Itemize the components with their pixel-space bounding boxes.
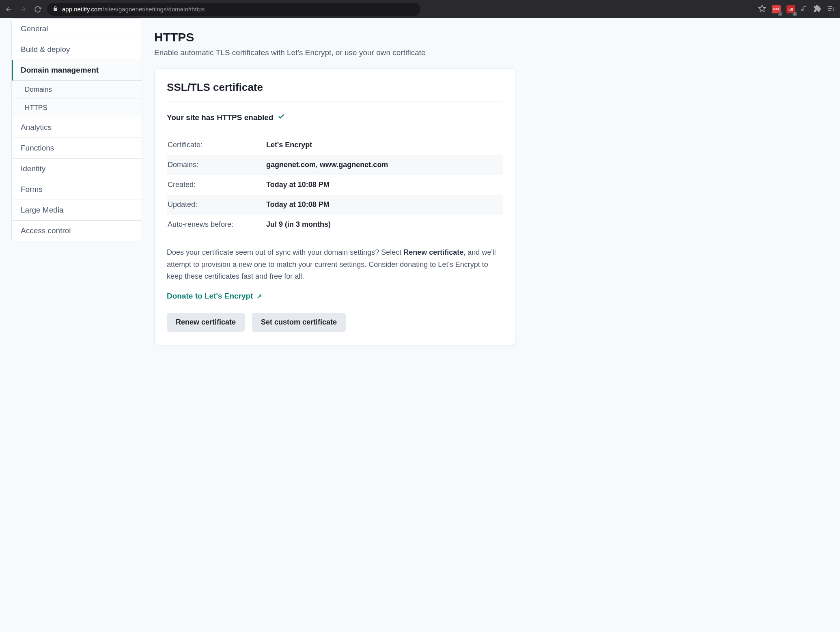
table-row: Certificate: Let's Encrypt bbox=[167, 135, 503, 155]
sidebar-item-build-deploy[interactable]: Build & deploy bbox=[12, 39, 142, 60]
card-title: SSL/TLS certificate bbox=[167, 81, 503, 101]
sidebar-subitem-domains[interactable]: Domains bbox=[12, 81, 142, 99]
donate-link[interactable]: Donate to Let's Encrypt ↗ bbox=[167, 292, 262, 301]
sidebar-subitem-https[interactable]: HTTPS bbox=[12, 99, 142, 117]
autorenew-value: Jul 9 (in 3 months) bbox=[266, 215, 503, 234]
ssl-certificate-card: SSL/TLS certificate Your site has HTTPS … bbox=[154, 69, 515, 345]
autorenew-label: Auto-renews before: bbox=[167, 215, 266, 234]
status-text: Your site has HTTPS enabled bbox=[167, 113, 274, 122]
extension-lastpass-icon[interactable]: ••• 1 bbox=[772, 5, 781, 13]
sidebar-item-domain-management[interactable]: Domain management bbox=[12, 60, 142, 81]
back-button[interactable] bbox=[5, 6, 12, 13]
sidebar-item-general[interactable]: General bbox=[12, 19, 142, 39]
reload-button[interactable] bbox=[34, 6, 41, 13]
sidebar-item-functions[interactable]: Functions bbox=[12, 138, 142, 159]
extension-music-icon[interactable] bbox=[801, 5, 808, 13]
url-bar[interactable]: app.netlify.com/sites/gagnenet/settings/… bbox=[47, 3, 420, 16]
chrome-right: ••• 1 uB 2 bbox=[758, 4, 835, 14]
settings-sidebar: General Build & deploy Domain management… bbox=[0, 18, 142, 361]
external-link-icon: ↗ bbox=[256, 292, 262, 300]
forward-button[interactable] bbox=[19, 6, 27, 13]
https-status: Your site has HTTPS enabled bbox=[167, 113, 503, 122]
sidebar-item-identity[interactable]: Identity bbox=[12, 159, 142, 179]
bookmark-star-icon[interactable] bbox=[758, 4, 766, 14]
url-text: app.netlify.com/sites/gagnenet/settings/… bbox=[62, 6, 205, 13]
created-label: Created: bbox=[167, 175, 266, 195]
domains-value: gagnenet.com, www.gagnenet.com bbox=[266, 155, 503, 175]
sidebar-item-forms[interactable]: Forms bbox=[12, 179, 142, 200]
svg-marker-0 bbox=[759, 5, 766, 11]
cert-label: Certificate: bbox=[167, 135, 266, 155]
domains-label: Domains: bbox=[167, 155, 266, 175]
table-row: Auto-renews before: Jul 9 (in 3 months) bbox=[167, 215, 503, 234]
main-content: HTTPS Enable automatic TLS certificates … bbox=[142, 18, 515, 361]
table-row: Updated: Today at 10:08 PM bbox=[167, 195, 503, 215]
sidebar-item-large-media[interactable]: Large Media bbox=[12, 200, 142, 221]
set-custom-certificate-button[interactable]: Set custom certificate bbox=[252, 313, 346, 332]
table-row: Domains: gagnenet.com, www.gagnenet.com bbox=[167, 155, 503, 175]
sidebar-item-analytics[interactable]: Analytics bbox=[12, 117, 142, 138]
updated-value: Today at 10:08 PM bbox=[266, 195, 503, 215]
page-subtitle: Enable automatic TLS certificates with L… bbox=[154, 48, 515, 57]
created-value: Today at 10:08 PM bbox=[266, 175, 503, 195]
certificate-info-table: Certificate: Let's Encrypt Domains: gagn… bbox=[167, 135, 503, 234]
button-row: Renew certificate Set custom certificate bbox=[167, 313, 503, 332]
sidebar-item-access-control[interactable]: Access control bbox=[12, 221, 142, 241]
help-text: Does your certificate seem out of sync w… bbox=[167, 247, 503, 283]
nav-controls bbox=[5, 6, 41, 13]
browser-chrome: app.netlify.com/sites/gagnenet/settings/… bbox=[0, 0, 840, 18]
page-title: HTTPS bbox=[154, 30, 515, 44]
check-icon bbox=[278, 113, 285, 122]
lock-icon bbox=[53, 6, 58, 13]
table-row: Created: Today at 10:08 PM bbox=[167, 175, 503, 195]
updated-label: Updated: bbox=[167, 195, 266, 215]
renew-certificate-button[interactable]: Renew certificate bbox=[167, 313, 245, 332]
cert-value: Let's Encrypt bbox=[266, 135, 503, 155]
extensions-puzzle-icon[interactable] bbox=[813, 4, 821, 14]
extension-ublock-icon[interactable]: uB 2 bbox=[786, 5, 795, 13]
reading-list-icon[interactable] bbox=[827, 4, 835, 14]
